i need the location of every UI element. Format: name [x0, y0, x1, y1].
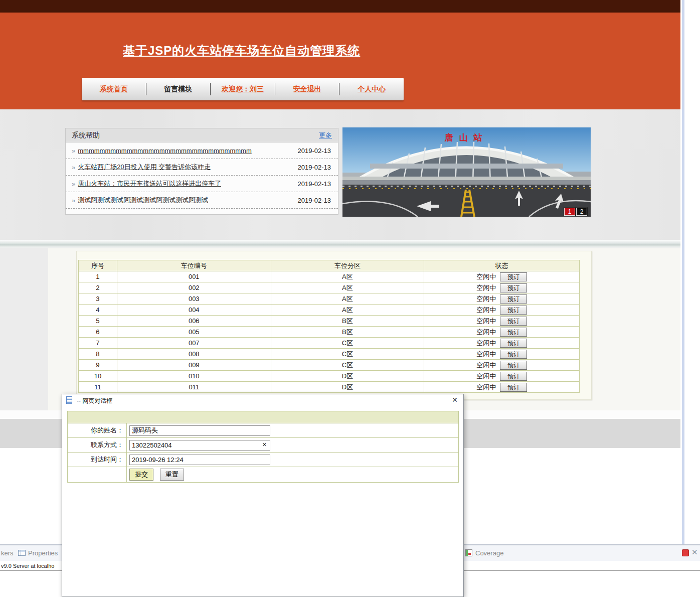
table-row: 4 004 A区 空闲中 预订 — [79, 305, 580, 316]
table-row: 2 002 A区 空闲中 预订 — [79, 282, 580, 293]
pager-page-2[interactable]: 2 — [576, 208, 587, 216]
help-item-link[interactable]: 唐山火车站：市民开车接送站可以这样进出停车了 — [78, 179, 221, 188]
tab-coverage[interactable]: Coverage — [475, 549, 503, 557]
site-header: 基于JSP的火车站停车场车位自动管理系统 系统首页 留言模块 欢迎您：刘三 安全… — [0, 13, 680, 109]
nav-item-welcome-user[interactable]: 欢迎您：刘三 — [211, 78, 275, 100]
stop-button[interactable] — [682, 549, 689, 556]
reserve-button[interactable]: 预订 — [500, 383, 527, 392]
coverage-icon — [465, 549, 472, 556]
status-label: 空闲中 — [476, 350, 496, 359]
reservation-form: 你的姓名： 联系方式： ✕ 到达时间： 提交 — [67, 411, 459, 483]
webpage-dialog: -- 网页对话框 ✕ 你的姓名： 联系方式： ✕ 到达时间： — [62, 394, 464, 597]
reserve-button[interactable]: 预订 — [500, 372, 527, 381]
cell-zone: C区 — [271, 360, 424, 371]
help-panel-header: 系统帮助 更多 — [66, 128, 338, 142]
clear-input-icon[interactable]: ✕ — [262, 442, 267, 447]
close-icon[interactable]: ✕ — [691, 548, 698, 557]
cell-code: 003 — [117, 293, 271, 305]
table-row: 1 001 A区 空闲中 预订 — [79, 271, 580, 282]
reserve-button[interactable]: 预订 — [500, 339, 527, 348]
cell-zone: D区 — [271, 382, 424, 393]
status-label: 空闲中 — [476, 328, 496, 337]
form-row: 到达时间： — [68, 453, 459, 467]
cell-code: 004 — [117, 305, 271, 316]
arrival-time-field[interactable] — [129, 455, 270, 465]
table-section: 序号 车位编号 车位分区 状态 1 001 A区 空闲中 预订 — [0, 248, 680, 410]
photo-pager: 1 2 — [564, 207, 588, 216]
table-row: 6 005 B区 空闲中 预订 — [79, 327, 580, 338]
document-icon — [66, 396, 72, 404]
help-item-link[interactable]: mmmmmmmmmmmmmmmmmmmmmmmmmmmmmmmm — [78, 147, 252, 155]
reset-button[interactable]: 重置 — [160, 469, 184, 481]
reserve-button[interactable]: 预订 — [500, 283, 527, 292]
console-server-title: v9.0 Server at localho — [1, 563, 54, 569]
cell-code: 005 — [117, 327, 271, 338]
cell-no: 8 — [79, 349, 117, 360]
browser-scrollbar[interactable] — [680, 0, 700, 544]
double-chevron-icon: » — [72, 164, 75, 171]
section-divider — [0, 240, 680, 248]
cell-no: 6 — [79, 327, 117, 338]
col-header-code: 车位编号 — [117, 260, 271, 271]
reserve-button[interactable]: 预订 — [500, 361, 527, 370]
cell-zone: A区 — [271, 271, 424, 282]
cell-no: 3 — [79, 293, 117, 305]
reserve-button[interactable]: 预订 — [500, 294, 527, 304]
console-output: ct * from ct * from — [1, 573, 55, 597]
road — [342, 185, 591, 217]
help-item-link[interactable]: 火车站西广场20日投入使用 交警告诉你该咋走 — [78, 163, 211, 172]
reserve-button[interactable]: 预订 — [500, 317, 527, 326]
form-buttons-row: 提交 重置 — [68, 467, 459, 483]
list-item: » mmmmmmmmmmmmmmmmmmmmmmmmmmmmmmmm 2019-… — [66, 142, 338, 159]
cell-status: 空闲中 预订 — [424, 349, 580, 360]
nav-item-messages[interactable]: 留言模块 — [146, 78, 211, 100]
cell-code: 011 — [117, 382, 271, 393]
cell-no: 7 — [79, 338, 117, 349]
cell-no: 1 — [79, 271, 117, 282]
col-header-status: 状态 — [424, 260, 580, 271]
col-header-no: 序号 — [79, 260, 117, 271]
name-label: 你的姓名： — [68, 423, 127, 438]
cell-status: 空闲中 预订 — [424, 327, 580, 338]
submit-button[interactable]: 提交 — [129, 469, 153, 481]
reserve-button[interactable]: 预订 — [500, 350, 527, 359]
station-photo-art: 唐山站 — [342, 127, 591, 217]
close-icon[interactable]: ✕ — [452, 396, 458, 404]
status-label: 空闲中 — [476, 317, 496, 326]
table-row: 10 010 D区 空闲中 预订 — [79, 371, 580, 382]
main-wrapper: 序号 车位编号 车位分区 状态 1 001 A区 空闲中 预订 — [48, 248, 680, 410]
nav-bar: 系统首页 留言模块 欢迎您：刘三 安全退出 个人中心 — [82, 78, 404, 100]
contact-field[interactable] — [129, 440, 270, 451]
dialog-titlebar[interactable]: -- 网页对话框 ✕ — [62, 394, 463, 406]
cell-code: 002 — [117, 282, 271, 293]
nav-item-logout[interactable]: 安全退出 — [275, 78, 339, 100]
reserve-button[interactable]: 预订 — [500, 272, 527, 281]
nav-item-profile[interactable]: 个人中心 — [339, 78, 404, 100]
nav-item-home[interactable]: 系统首页 — [82, 78, 146, 100]
table-row: 8 008 C区 空闲中 预订 — [79, 349, 580, 360]
double-chevron-icon: » — [72, 147, 75, 155]
scrollbar-track — [682, 0, 684, 544]
station-photo: 唐山站 — [342, 127, 591, 217]
pager-page-1[interactable]: 1 — [564, 208, 575, 216]
page-title: 基于JSP的火车站停车场车位自动管理系统 — [123, 43, 360, 59]
cell-status: 空闲中 预订 — [424, 360, 580, 371]
tab-markers[interactable]: kers — [1, 549, 14, 557]
table-header-row: 序号 车位编号 车位分区 状态 — [79, 260, 580, 271]
dialog-title: -- 网页对话框 — [77, 397, 112, 405]
screen: 基于JSP的火车站停车场车位自动管理系统 系统首页 留言模块 欢迎您：刘三 安全… — [0, 0, 700, 597]
status-label: 空闲中 — [476, 383, 496, 392]
cell-status: 空闲中 预订 — [424, 338, 580, 349]
cell-no: 5 — [79, 316, 117, 327]
tab-properties[interactable]: Properties — [28, 549, 58, 557]
cell-code: 009 — [117, 360, 271, 371]
help-item-link[interactable]: 测试阿测试测试阿测试测试阿测试测试阿测试 — [78, 196, 208, 205]
name-field[interactable] — [129, 425, 270, 436]
more-link[interactable]: 更多 — [319, 131, 332, 140]
reserve-button[interactable]: 预订 — [500, 306, 527, 315]
cell-zone: A区 — [271, 293, 424, 305]
cell-code: 001 — [117, 271, 271, 282]
status-label: 空闲中 — [476, 283, 496, 292]
reserve-button[interactable]: 预订 — [500, 328, 527, 337]
help-panel-title: 系统帮助 — [72, 131, 100, 140]
